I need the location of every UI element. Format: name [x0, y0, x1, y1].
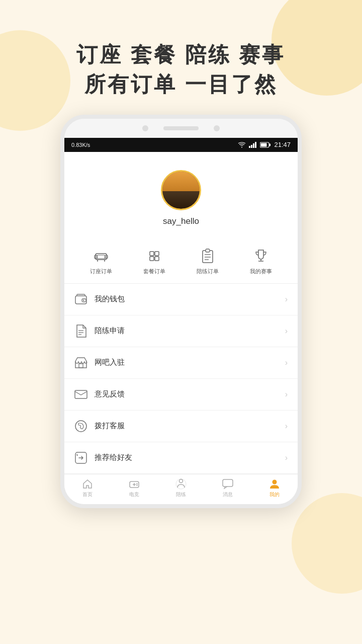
- menu-list: 我的钱包 › 陪练申请 ›: [64, 284, 298, 474]
- quick-action-coaching[interactable]: 陪练订单: [197, 247, 219, 275]
- headline-section: 订座 套餐 陪练 赛事 所有订单 一目了然: [0, 0, 362, 115]
- nav-label-training: 陪练: [176, 491, 186, 498]
- nav-label-mine: 我的: [269, 491, 280, 498]
- menu-item-netbar[interactable]: 网吧入驻 ›: [64, 347, 298, 379]
- phone-top-bar: [64, 119, 298, 138]
- svg-rect-16: [155, 257, 159, 261]
- quick-action-booking[interactable]: 订座订单: [90, 247, 112, 275]
- menu-item-feedback-arrow: ›: [285, 390, 288, 399]
- clipboard-icon: [199, 247, 217, 265]
- trophy-icon: [252, 247, 270, 265]
- svg-point-42: [272, 479, 277, 484]
- svg-point-38: [136, 485, 137, 486]
- svg-rect-24: [75, 296, 86, 304]
- quick-action-package-label: 套餐订单: [143, 268, 165, 275]
- profile-section: say_hello: [64, 152, 298, 238]
- svg-rect-31: [75, 390, 87, 398]
- avatar-landscape: [162, 191, 200, 209]
- svg-rect-5: [269, 143, 271, 146]
- headline-line1: 订座 套餐 陪练 赛事: [0, 40, 362, 70]
- svg-rect-13: [150, 252, 154, 256]
- headline-line2: 所有订单 一目了然: [0, 70, 362, 100]
- menu-item-support[interactable]: 拨打客服 ›: [64, 411, 298, 442]
- avatar-ring[interactable]: [161, 170, 201, 210]
- menu-item-share-label: 推荐给好友: [95, 453, 278, 462]
- svg-point-37: [136, 483, 137, 484]
- nav-label-esports: 电竞: [129, 491, 139, 498]
- bg-circle-bottom-right: [292, 493, 362, 594]
- svg-point-39: [179, 479, 183, 482]
- menu-item-support-arrow: ›: [285, 422, 288, 431]
- wallet-icon: [74, 293, 87, 306]
- svg-rect-41: [223, 479, 233, 487]
- share-icon: [74, 451, 87, 464]
- menu-item-netbar-label: 网吧入驻: [95, 358, 278, 367]
- svg-rect-1: [251, 145, 252, 148]
- phone-camera: [142, 125, 148, 131]
- phone-icon: [74, 420, 87, 433]
- menu-item-wallet[interactable]: 我的钱包 ›: [64, 284, 298, 315]
- quick-action-package[interactable]: 套餐订单: [143, 247, 165, 275]
- status-bar: 0.83K/s 21:47: [64, 138, 298, 152]
- menu-item-coaching-apply-label: 陪练申请: [95, 326, 278, 336]
- quick-action-competition[interactable]: 我的赛事: [250, 247, 272, 275]
- menu-item-coaching-apply-arrow: ›: [285, 327, 288, 336]
- phone-screen: say_hello 订座订单: [64, 152, 298, 504]
- svg-rect-8: [97, 255, 105, 259]
- phone-sensor: [214, 125, 220, 131]
- mail-icon: [74, 388, 87, 401]
- bottom-nav: 首页 电竞: [64, 474, 298, 502]
- svg-rect-18: [206, 249, 210, 252]
- menu-item-share[interactable]: 推荐给好友 ›: [64, 442, 298, 474]
- signal-icon: [249, 142, 257, 148]
- svg-rect-14: [155, 252, 159, 256]
- svg-rect-0: [249, 146, 250, 148]
- avatar: [162, 172, 200, 209]
- menu-item-wallet-arrow: ›: [285, 295, 288, 304]
- svg-rect-3: [255, 142, 256, 148]
- phone-frame: 0.83K/s 21:47: [60, 115, 302, 508]
- svg-rect-6: [261, 143, 267, 146]
- sofa-icon: [92, 247, 110, 265]
- nav-item-mine[interactable]: 我的: [251, 478, 298, 498]
- training-icon: [175, 478, 187, 490]
- menu-item-share-arrow: ›: [285, 453, 288, 462]
- phone-speaker: [163, 126, 199, 130]
- menu-item-coaching-apply[interactable]: 陪练申请 ›: [64, 315, 298, 347]
- package-icon: [145, 247, 163, 265]
- home-icon: [82, 478, 93, 490]
- menu-item-feedback[interactable]: 意见反馈 ›: [64, 379, 298, 411]
- network-speed: 0.83K/s: [71, 142, 90, 148]
- quick-action-competition-label: 我的赛事: [250, 268, 272, 275]
- username: say_hello: [163, 216, 199, 226]
- nav-label-home: 首页: [82, 491, 93, 498]
- svg-rect-30: [79, 364, 83, 368]
- battery-icon: [260, 142, 271, 148]
- nav-item-esports[interactable]: 电竞: [111, 478, 158, 498]
- svg-point-26: [83, 299, 84, 300]
- menu-item-support-label: 拨打客服: [95, 421, 278, 431]
- nav-label-messages: 消息: [223, 491, 233, 498]
- menu-item-wallet-label: 我的钱包: [95, 294, 278, 304]
- nav-item-training[interactable]: 陪练: [158, 478, 205, 498]
- quick-actions: 订座订单 套餐订单: [64, 238, 298, 284]
- nav-item-home[interactable]: 首页: [64, 478, 111, 498]
- menu-item-netbar-arrow: ›: [285, 358, 288, 367]
- messages-icon: [222, 478, 233, 490]
- svg-rect-2: [253, 143, 254, 148]
- quick-action-coaching-label: 陪练订单: [197, 268, 219, 275]
- store-icon: [74, 356, 87, 369]
- svg-point-40: [176, 479, 186, 489]
- menu-item-feedback-label: 意见反馈: [95, 389, 278, 399]
- mine-icon: [269, 478, 280, 490]
- nav-item-messages[interactable]: 消息: [204, 478, 251, 498]
- document-icon: [74, 325, 87, 338]
- wifi-icon: [238, 142, 246, 148]
- esports-icon: [129, 478, 140, 490]
- phone-mockup: 0.83K/s 21:47: [0, 115, 362, 508]
- svg-rect-15: [150, 257, 154, 261]
- status-time: 21:47: [274, 141, 291, 148]
- quick-action-booking-label: 订座订单: [90, 268, 112, 275]
